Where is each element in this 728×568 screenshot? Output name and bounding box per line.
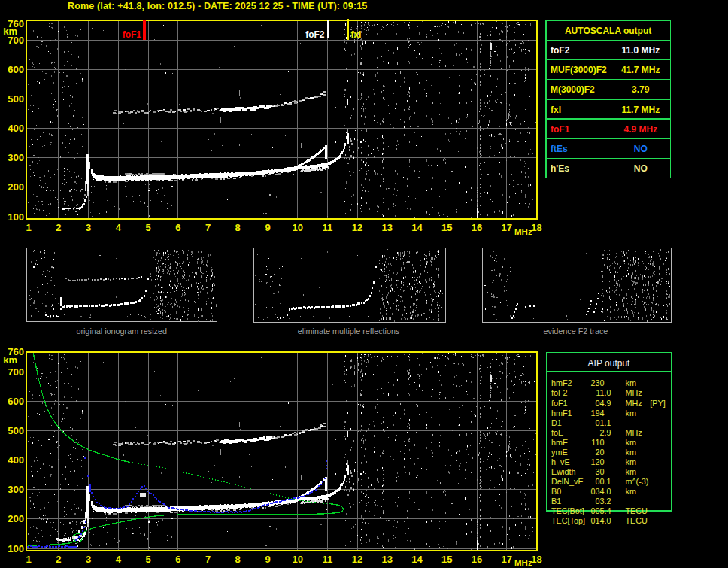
svg-text:fxI: fxI [350,29,361,40]
svg-text:5: 5 [145,222,150,233]
svg-text:eliminate multiple reflections: eliminate multiple reflections [298,327,400,336]
svg-text:14: 14 [411,554,423,565]
svg-text:1: 1 [26,554,32,565]
svg-text:MUF(3000)F2: MUF(3000)F2 [551,65,607,75]
svg-text:TECU: TECU [626,506,648,515]
svg-text:km: km [626,409,636,418]
svg-text:MHz: MHz [626,399,642,408]
svg-text:200: 200 [8,181,24,193]
svg-text:8: 8 [235,222,241,233]
svg-text:ymE: ymE [551,448,568,457]
svg-text:5: 5 [145,554,150,565]
svg-text:km: km [626,467,636,476]
svg-text:hmF2: hmF2 [551,378,572,387]
svg-text:B1: B1 [551,497,561,506]
svg-text:500: 500 [8,93,24,105]
svg-text:[PY]: [PY] [650,399,665,408]
svg-text:2: 2 [56,222,61,233]
svg-text:16: 16 [472,222,482,233]
svg-text:foF2: foF2 [551,388,568,397]
svg-text:500: 500 [8,425,24,436]
svg-text:foF1: foF1 [551,399,568,408]
svg-text:41.7 MHz: 41.7 MHz [621,65,660,75]
svg-text:B0: B0 [551,487,561,496]
svg-text:14: 14 [411,222,423,233]
svg-text:13: 13 [382,222,393,233]
svg-text:D1: D1 [551,418,562,427]
svg-text:034.0: 034.0 [591,487,611,496]
svg-text:MHz: MHz [626,388,642,397]
svg-text:km: km [626,378,636,387]
svg-text:DelN_vE: DelN_vE [551,477,584,486]
svg-text:200: 200 [8,513,24,524]
svg-text:03.2: 03.2 [596,497,611,506]
svg-text:foF2: foF2 [305,29,325,40]
svg-text:Ewidth: Ewidth [551,467,575,476]
svg-text:fxI: fxI [551,105,561,115]
svg-text:foF1: foF1 [551,124,570,135]
svg-text:6: 6 [175,222,180,233]
svg-text:700: 700 [8,35,24,46]
svg-text:400: 400 [8,454,24,466]
svg-text:2.9: 2.9 [600,428,611,437]
svg-text:005.4: 005.4 [591,506,611,515]
svg-text:100: 100 [8,211,24,223]
svg-text:600: 600 [8,396,24,407]
svg-text:TECU: TECU [626,516,648,525]
svg-text:6: 6 [175,554,180,565]
svg-text:11.7 MHz: 11.7 MHz [621,105,660,115]
svg-text:17: 17 [501,554,511,565]
svg-text:4: 4 [116,554,122,565]
svg-text:km: km [626,457,636,466]
svg-text:8: 8 [235,554,241,565]
svg-text:4: 4 [116,222,122,233]
svg-text:3.79: 3.79 [632,84,650,95]
svg-text:km: km [3,354,17,366]
svg-text:NO: NO [634,163,648,174]
svg-text:18: 18 [531,554,541,565]
svg-text:110: 110 [591,438,604,447]
svg-text:MHz: MHz [514,558,532,567]
svg-text:MHz: MHz [626,428,642,437]
svg-text:MHz: MHz [514,227,532,236]
svg-text:km: km [626,438,636,447]
svg-text:00.1: 00.1 [596,477,611,486]
svg-text:foE: foE [551,428,563,437]
svg-text:17: 17 [501,222,511,233]
svg-text:11: 11 [323,554,333,565]
svg-text:km: km [626,487,636,496]
svg-text:300: 300 [8,484,24,495]
svg-text:7: 7 [205,222,211,233]
svg-text:16: 16 [472,554,482,565]
svg-text:10: 10 [292,554,302,565]
svg-text:18: 18 [531,222,541,233]
svg-text:04.9: 04.9 [596,399,611,408]
svg-text:30: 30 [595,467,604,476]
svg-text:1: 1 [26,222,32,233]
svg-text:4.9 MHz: 4.9 MHz [623,124,657,135]
svg-text:m^(-3): m^(-3) [626,477,649,486]
svg-text:Rome (lat: +41.8, lon: 012.5): Rome (lat: +41.8, lon: 012.5) - DATE: 20… [68,1,367,11]
svg-text:15: 15 [441,222,452,233]
svg-text:13: 13 [382,554,393,565]
svg-text:11.0: 11.0 [596,388,611,397]
svg-text:evidence F2 trace: evidence F2 trace [543,327,608,336]
svg-text:3: 3 [86,222,91,233]
svg-text:194: 194 [590,409,604,418]
svg-text:230: 230 [590,378,604,387]
svg-text:2: 2 [56,554,61,565]
svg-text:11: 11 [323,222,333,233]
svg-text:TEC[Top]: TEC[Top] [551,516,585,525]
svg-text:km: km [626,448,636,457]
svg-text:h'Es: h'Es [551,163,569,174]
svg-text:01.1: 01.1 [596,418,611,427]
svg-text:20: 20 [595,448,604,457]
svg-text:15: 15 [441,554,452,565]
svg-text:400: 400 [8,123,24,134]
svg-text:014.0: 014.0 [591,516,611,525]
svg-text:original ionogram resized: original ionogram resized [76,327,167,336]
svg-text:3: 3 [86,554,91,565]
svg-text:foF2: foF2 [551,45,570,56]
svg-text:AIP output: AIP output [588,358,630,369]
svg-text:ftEs: ftEs [551,144,568,154]
